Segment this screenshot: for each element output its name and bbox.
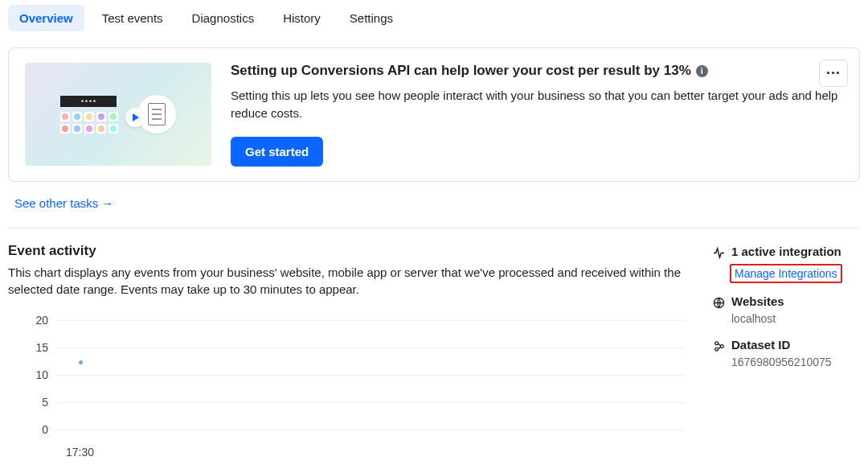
play-icon: [125, 108, 145, 127]
event-activity-chart: 20 15 10 5 0 17:30: [8, 314, 693, 459]
promo-card: Setting up Conversions API can help lowe…: [8, 47, 860, 182]
activity-icon: [712, 245, 725, 259]
promo-description: Setting this up lets you see how people …: [231, 87, 846, 122]
tab-test-events[interactable]: Test events: [91, 5, 174, 31]
tab-settings[interactable]: Settings: [338, 5, 404, 31]
svg-point-2: [720, 344, 723, 348]
event-activity-title: Event activity: [8, 243, 693, 259]
y-tick-label: 0: [32, 423, 48, 436]
info-icon[interactable]: i: [696, 65, 708, 77]
y-tick-label: 15: [32, 341, 48, 354]
globe-icon: [712, 294, 725, 309]
y-tick-label: 20: [32, 314, 48, 327]
get-started-button[interactable]: Get started: [231, 137, 323, 167]
svg-point-1: [714, 341, 718, 344]
websites-value: localhost: [731, 312, 860, 325]
manage-integrations-link[interactable]: Manage Integrations: [731, 265, 841, 282]
websites-title: Websites: [731, 294, 784, 309]
event-activity-description: This chart displays any events from your…: [8, 264, 693, 298]
tab-history[interactable]: History: [272, 5, 332, 31]
dataset-id-value: 1676980956210075: [731, 356, 860, 368]
tab-diagnostics[interactable]: Diagnostics: [181, 5, 266, 31]
active-integration-title: 1 active integration: [731, 245, 841, 259]
chart-data-point: [79, 360, 83, 364]
arrow-right-icon: →: [101, 196, 113, 210]
promo-illustration: [25, 63, 211, 166]
more-menu-button[interactable]: ···: [819, 60, 848, 87]
svg-point-3: [714, 348, 718, 351]
y-tick-label: 10: [32, 368, 48, 381]
dataset-id-title: Dataset ID: [731, 338, 790, 352]
y-tick-label: 5: [32, 396, 48, 409]
x-tick-label: 17:30: [66, 446, 94, 459]
promo-title: Setting up Conversions API can help lowe…: [231, 63, 846, 79]
tabs-bar: Overview Test events Diagnostics History…: [0, 0, 868, 36]
highlight-box: Manage Integrations: [730, 264, 842, 283]
dataset-icon: [712, 338, 725, 352]
see-other-tasks-link[interactable]: See other tasks →: [14, 196, 113, 210]
divider: [8, 228, 860, 228]
tab-overview[interactable]: Overview: [8, 5, 84, 31]
